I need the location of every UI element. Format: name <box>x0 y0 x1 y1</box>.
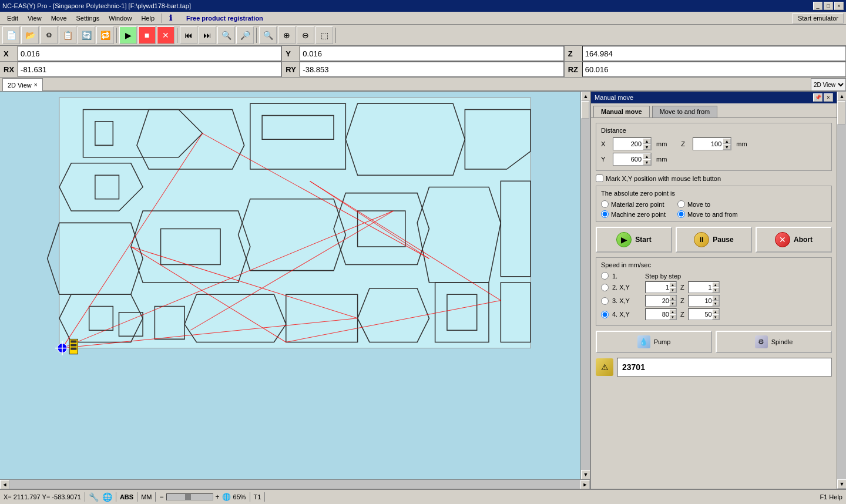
move-to-radio[interactable] <box>677 200 685 208</box>
x-dist-down[interactable]: ▼ <box>643 144 651 150</box>
toolbar-zoom-fit[interactable]: 🔍 <box>259 26 277 44</box>
toolbar-btn13[interactable]: 🔎 <box>236 26 254 44</box>
speed-2-xy-field[interactable]: ▲ ▼ <box>645 281 677 293</box>
speed-3-radio[interactable] <box>601 297 609 305</box>
y-dist-up[interactable]: ▲ <box>643 153 651 159</box>
start-button[interactable]: ▶ Start <box>596 227 672 253</box>
zoom-slider-track[interactable] <box>166 493 213 500</box>
tab-move-to-and-from[interactable]: Move to and from <box>652 106 718 117</box>
z-dist-field[interactable]: ▲ ▼ <box>693 137 731 150</box>
hscroll-right-btn[interactable]: ► <box>580 480 590 489</box>
f1-help[interactable]: F1 Help <box>820 493 842 500</box>
toolbar-zoom-in[interactable]: ⊕ <box>278 26 296 44</box>
speed-2-z-down[interactable]: ▼ <box>712 287 719 293</box>
z-dist-down[interactable]: ▼ <box>723 144 731 150</box>
speed-3-xy-down[interactable]: ▼ <box>669 301 676 306</box>
spindle-button[interactable]: ⚙ Spindle <box>716 331 832 353</box>
zoom-plus-icon[interactable]: + <box>216 493 220 501</box>
start-emulator-button[interactable]: Start emulator <box>793 13 844 23</box>
toolbar-fwd[interactable]: ⏭ <box>199 26 216 44</box>
toolbar-btn3[interactable]: ⚙ <box>40 26 58 44</box>
speed-3-xy-input[interactable] <box>646 297 669 304</box>
canvas-vscrollbar[interactable]: ▲ ▼ <box>580 92 590 479</box>
hscroll-left-btn[interactable]: ◄ <box>0 480 9 489</box>
menu-settings[interactable]: Settings <box>72 14 105 23</box>
speed-4-z-input[interactable] <box>689 311 712 318</box>
move-to-from-radio[interactable] <box>677 210 685 218</box>
speed-4-xy-up[interactable]: ▲ <box>669 309 676 314</box>
speed-3-z-input[interactable] <box>689 297 712 304</box>
vscroll-down-btn[interactable]: ▼ <box>581 470 590 479</box>
panel-scroll-up[interactable]: ▲ <box>837 92 846 101</box>
speed-4-z-up[interactable]: ▲ <box>712 309 719 314</box>
speed-4-z-field[interactable]: ▲ ▼ <box>688 308 720 320</box>
toolbar-btn12[interactable]: 🔍 <box>217 26 235 44</box>
speed-2-xy-down[interactable]: ▼ <box>669 287 676 293</box>
speed-4-xy-input[interactable] <box>646 311 669 318</box>
tab-dropdown[interactable]: 2D View <box>811 78 846 91</box>
speed-3-xy-field[interactable]: ▲ ▼ <box>645 295 677 307</box>
menu-move[interactable]: Move <box>46 14 72 23</box>
y-dist-field[interactable]: ▲ ▼ <box>613 153 652 166</box>
toolbar-btn6[interactable]: 🔁 <box>96 26 114 44</box>
vscroll-thumb[interactable] <box>581 101 589 119</box>
tab-close-icon[interactable]: × <box>34 82 38 88</box>
panel-pin-button[interactable]: 📌 <box>813 93 822 102</box>
abort-button[interactable]: ✕ Abort <box>756 227 832 253</box>
x-dist-field[interactable]: ▲ ▼ <box>613 137 652 150</box>
toolbar-stop[interactable]: ■ <box>138 26 156 44</box>
x-dist-input[interactable] <box>613 140 643 147</box>
speed-2-z-input[interactable] <box>689 284 712 291</box>
panel-close-button[interactable]: × <box>824 93 833 102</box>
speed-2-xy-up[interactable]: ▲ <box>669 282 676 287</box>
speed-4-z-down[interactable]: ▼ <box>712 314 719 320</box>
speed-2-xy-input[interactable] <box>646 284 669 291</box>
mark-xy-checkbox[interactable] <box>596 174 603 182</box>
panel-scroll-thumb[interactable] <box>837 101 845 125</box>
toolbar-play[interactable]: ▶ <box>119 26 137 44</box>
minimize-button[interactable]: _ <box>813 2 822 10</box>
toolbar-open[interactable]: 📂 <box>21 26 39 44</box>
toolbar-new[interactable]: 📄 <box>2 26 20 44</box>
toolbar-zoom-out[interactable]: ⊖ <box>297 26 314 44</box>
speed-4-radio[interactable] <box>601 311 609 318</box>
vscroll-up-btn[interactable]: ▲ <box>581 92 590 101</box>
z-dist-up[interactable]: ▲ <box>723 138 731 144</box>
toolbar-zoom-sel[interactable]: ⬚ <box>315 26 333 44</box>
toolbar-btn4[interactable]: 📋 <box>59 26 76 44</box>
drawing-area[interactable]: ▲ ▼ <box>0 92 590 479</box>
speed-4-xy-field[interactable]: ▲ ▼ <box>645 308 677 320</box>
speed-3-z-field[interactable]: ▲ ▼ <box>688 295 720 307</box>
y-dist-down[interactable]: ▼ <box>643 159 651 165</box>
free-registration-label[interactable]: Free product registration <box>182 14 268 23</box>
speed-1-radio[interactable] <box>601 272 609 280</box>
menu-window[interactable]: Window <box>104 14 136 23</box>
speed-2-z-up[interactable]: ▲ <box>712 282 719 287</box>
speed-3-z-up[interactable]: ▲ <box>712 295 719 301</box>
menu-view[interactable]: View <box>23 14 46 23</box>
panel-scroll-down[interactable]: ▼ <box>837 479 846 489</box>
menu-edit[interactable]: Edit <box>2 14 23 23</box>
tab-2d-view[interactable]: 2D View × <box>2 78 43 91</box>
speed-2-radio[interactable] <box>601 284 609 291</box>
y-dist-input[interactable] <box>613 156 643 163</box>
x-dist-up[interactable]: ▲ <box>643 138 651 144</box>
toolbar-btn5[interactable]: 🔄 <box>78 26 95 44</box>
speed-4-xy-down[interactable]: ▼ <box>669 314 676 320</box>
speed-2-z-field[interactable]: ▲ ▼ <box>688 281 720 293</box>
material-zero-radio[interactable] <box>601 200 609 208</box>
zoom-minus-icon[interactable]: − <box>159 493 163 501</box>
menu-help[interactable]: Help <box>136 14 159 23</box>
speed-3-z-down[interactable]: ▼ <box>712 301 719 306</box>
zoom-slider-thumb[interactable] <box>185 494 191 500</box>
maximize-button[interactable]: □ <box>824 2 833 10</box>
pump-button[interactable]: 💧 Pump <box>596 331 712 353</box>
speed-3-xy-up[interactable]: ▲ <box>669 295 676 301</box>
toolbar-cancel[interactable]: ✕ <box>157 26 174 44</box>
machine-zero-radio[interactable] <box>601 210 609 218</box>
z-dist-input[interactable] <box>693 140 723 147</box>
pause-button[interactable]: ⏸ Pause <box>676 227 752 253</box>
close-button[interactable]: × <box>834 2 844 10</box>
toolbar-rewind[interactable]: ⏮ <box>180 26 197 44</box>
tab-manual-move[interactable]: Manual move <box>593 106 650 117</box>
